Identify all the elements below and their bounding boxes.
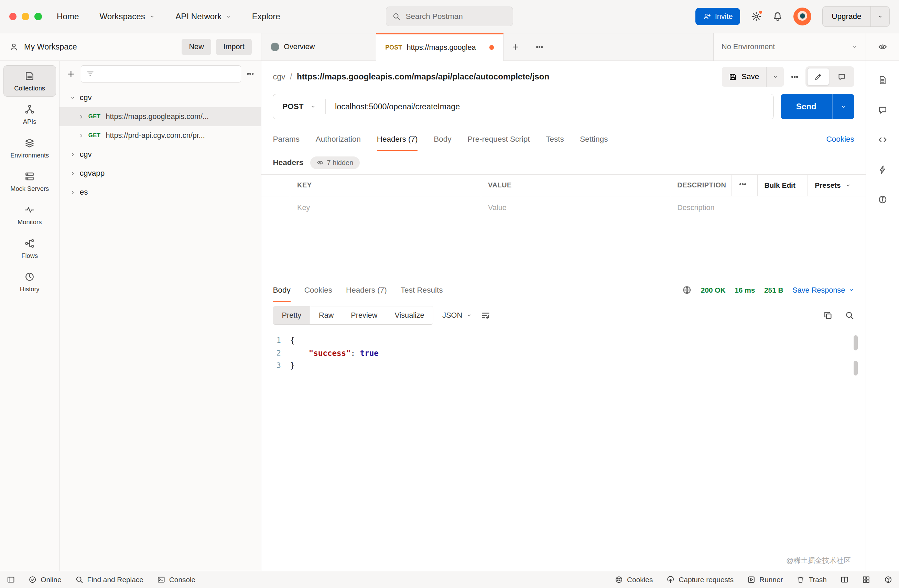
scrollbar-thumb[interactable]: [854, 361, 858, 375]
info-button[interactable]: [878, 195, 887, 204]
response-tab-cookies[interactable]: Cookies: [304, 278, 332, 302]
bulk-edit-button[interactable]: Bulk Edit: [757, 174, 808, 196]
cookies-link[interactable]: Cookies: [826, 127, 854, 151]
documentation-button[interactable]: [878, 76, 887, 85]
tab-params[interactable]: Params: [273, 127, 300, 151]
zoom-window-button[interactable]: [34, 13, 42, 20]
wrap-lines-button[interactable]: [481, 311, 490, 320]
view-visualize[interactable]: Visualize: [386, 306, 433, 324]
request-more-options-button[interactable]: [791, 73, 799, 81]
sidebar-item-history[interactable]: History: [3, 266, 56, 298]
status-badge[interactable]: 200 OK: [701, 286, 726, 294]
sidebar-options-button[interactable]: [246, 70, 254, 78]
sidebar-filter[interactable]: [81, 65, 241, 83]
language-selector[interactable]: JSON: [442, 311, 472, 320]
tree-folder-cgvapp[interactable]: cgvapp: [60, 164, 261, 183]
documentation-pane-toggle[interactable]: [807, 68, 829, 85]
notifications-button[interactable]: [772, 11, 783, 22]
cookies-manager-button[interactable]: Cookies: [615, 576, 653, 584]
view-pretty[interactable]: Pretty: [273, 306, 310, 324]
view-preview[interactable]: Preview: [342, 306, 386, 324]
response-time[interactable]: 16 ms: [735, 286, 755, 294]
sidebar-item-environments[interactable]: Environments: [3, 133, 56, 164]
tab-authorization[interactable]: Authorization: [316, 127, 361, 151]
tab-options-button[interactable]: [528, 33, 551, 60]
nav-explore[interactable]: Explore: [252, 12, 280, 21]
breadcrumb-request-name[interactable]: https://maps.googleapis.com/maps/api/pla…: [297, 72, 549, 82]
global-search[interactable]: [386, 6, 513, 26]
comments-pane-toggle[interactable]: [831, 68, 853, 85]
nav-home[interactable]: Home: [57, 12, 79, 21]
response-tab-headers[interactable]: Headers (7): [346, 278, 387, 302]
nav-workspaces[interactable]: Workspaces: [99, 12, 155, 21]
response-tab-body[interactable]: Body: [273, 278, 290, 302]
upgrade-menu-button[interactable]: [871, 6, 890, 26]
chevron-right-icon[interactable]: [70, 190, 76, 195]
trash-button[interactable]: Trash: [797, 576, 826, 584]
tab-headers[interactable]: Headers (7): [377, 127, 418, 151]
save-response-button[interactable]: Save Response: [792, 286, 854, 295]
save-options-button[interactable]: [766, 67, 784, 86]
tab-tests[interactable]: Tests: [546, 127, 564, 151]
tab-active-request[interactable]: POST https://maps.googlea: [376, 33, 504, 61]
two-pane-view-button[interactable]: [840, 576, 848, 583]
chevron-down-icon[interactable]: [70, 95, 76, 101]
scrollbar-thumb[interactable]: [854, 335, 858, 350]
minimize-window-button[interactable]: [22, 13, 29, 20]
description-input[interactable]: [677, 203, 859, 212]
send-options-button[interactable]: [833, 94, 854, 119]
view-raw[interactable]: Raw: [310, 306, 342, 324]
search-input[interactable]: [406, 12, 507, 21]
chevron-right-icon[interactable]: [79, 133, 84, 139]
capture-requests-button[interactable]: Capture requests: [667, 576, 734, 584]
comments-button[interactable]: [878, 106, 887, 115]
sidebar-item-mock-servers[interactable]: Mock Servers: [3, 166, 56, 197]
breadcrumb-collection[interactable]: cgv: [273, 72, 285, 82]
toggle-sidebar-button[interactable]: [7, 576, 15, 583]
tree-request-prd-api[interactable]: GET https://prd-api.cgv.com.cn/pr...: [60, 126, 261, 145]
key-input[interactable]: [297, 203, 474, 212]
invite-button[interactable]: Invite: [695, 8, 740, 25]
tab-overview[interactable]: Overview: [261, 33, 376, 60]
runner-button[interactable]: Runner: [747, 576, 783, 584]
find-and-replace-button[interactable]: Find and Replace: [75, 576, 144, 584]
copy-response-button[interactable]: [823, 311, 833, 320]
sidebar-item-collections[interactable]: Collections: [3, 65, 56, 97]
tree-folder-es[interactable]: es: [60, 183, 261, 202]
environment-selector[interactable]: No Environment: [713, 33, 866, 60]
search-response-button[interactable]: [845, 311, 854, 320]
presets-button[interactable]: Presets: [808, 174, 866, 196]
response-tab-test-results[interactable]: Test Results: [401, 278, 443, 302]
tab-body[interactable]: Body: [434, 127, 451, 151]
import-button[interactable]: Import: [216, 39, 252, 55]
connection-status[interactable]: Online: [29, 576, 61, 584]
tab-settings[interactable]: Settings: [580, 127, 608, 151]
sidebar-item-monitors[interactable]: Monitors: [3, 199, 56, 230]
upgrade-button[interactable]: Upgrade: [823, 6, 871, 26]
save-button[interactable]: Save: [722, 67, 766, 86]
value-input[interactable]: [488, 203, 663, 212]
settings-button[interactable]: [751, 11, 762, 22]
sidebar-item-flows[interactable]: Flows: [3, 233, 56, 264]
sidebar-filter-input[interactable]: [98, 69, 236, 79]
board-view-button[interactable]: [862, 576, 870, 583]
globe-icon[interactable]: [682, 286, 692, 295]
pertinent-button[interactable]: [878, 165, 887, 174]
new-button[interactable]: New: [182, 39, 212, 55]
send-button[interactable]: Send: [781, 94, 832, 119]
new-collection-button[interactable]: [66, 69, 76, 79]
response-size[interactable]: 251 B: [764, 286, 783, 294]
hidden-headers-toggle[interactable]: 7 hidden: [310, 156, 359, 169]
tree-folder-cgv[interactable]: cgv: [60, 88, 261, 107]
chevron-right-icon[interactable]: [70, 171, 76, 176]
tree-request-maps-googleapis[interactable]: GET https://maps.googleapis.com/...: [60, 107, 261, 126]
new-tab-button[interactable]: [504, 33, 528, 60]
console-button[interactable]: Console: [157, 576, 195, 584]
workspace-title[interactable]: My Workspace: [24, 42, 77, 52]
close-window-button[interactable]: [9, 13, 17, 20]
tree-folder-cgv-2[interactable]: cgv: [60, 145, 261, 164]
chevron-right-icon[interactable]: [79, 114, 84, 120]
environment-quick-look[interactable]: [866, 33, 899, 60]
chevron-right-icon[interactable]: [70, 152, 76, 157]
url-input[interactable]: [326, 94, 773, 119]
